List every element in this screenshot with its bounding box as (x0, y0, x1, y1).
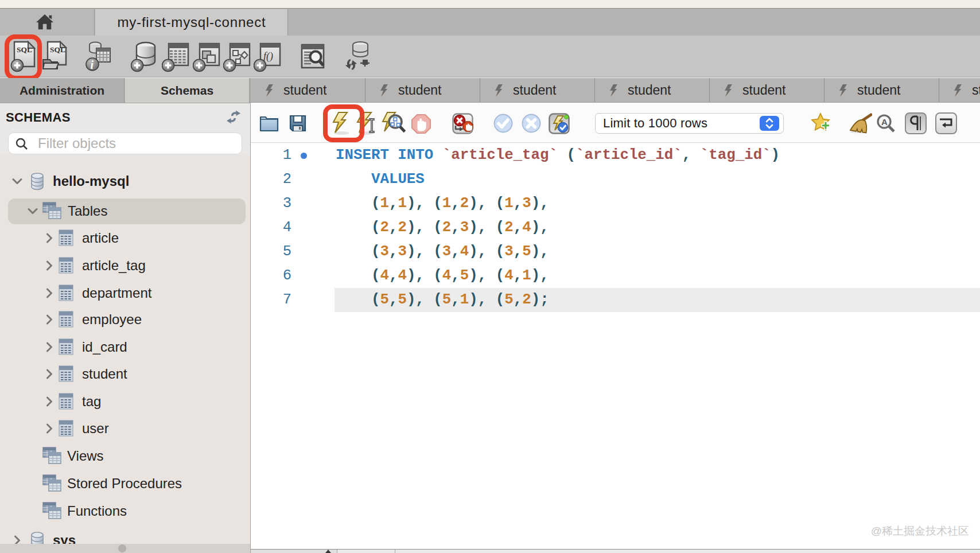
svg-text:i: i (91, 59, 94, 71)
svg-text:A: A (881, 117, 888, 127)
svg-text:SQL: SQL (50, 45, 65, 54)
svg-text:f(): f() (263, 50, 273, 63)
